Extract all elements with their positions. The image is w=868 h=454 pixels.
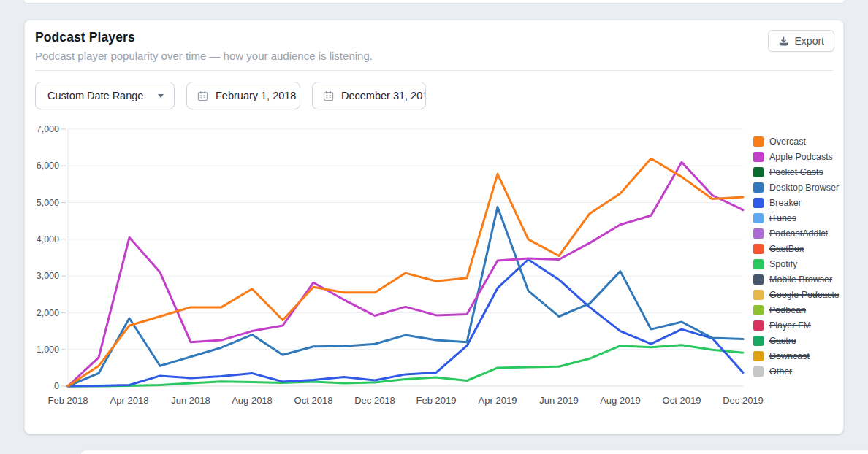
podcast-players-chart: 01,0002,0003,0004,0005,0006,0007,000Feb … — [25, 121, 845, 420]
series-line-overcast — [68, 158, 743, 386]
legend-label: PodcastAddict — [769, 228, 828, 239]
series-line-spotify — [68, 345, 743, 386]
x-axis-label: Jun 2019 — [539, 395, 579, 406]
legend-swatch — [753, 274, 764, 285]
x-axis-label: Feb 2019 — [416, 395, 457, 406]
x-axis-label: Apr 2018 — [110, 395, 149, 406]
legend-item-player-fm[interactable]: Player FM — [753, 318, 845, 333]
x-axis-label: Aug 2019 — [600, 395, 641, 406]
legend-label: CastBox — [769, 244, 804, 254]
download-icon — [778, 36, 789, 47]
y-axis-label: 1,000 — [37, 345, 59, 355]
legend-swatch — [753, 366, 764, 377]
page-subtitle: Podcast player popularity over time — ho… — [35, 50, 833, 62]
legend-item-desktop-browser[interactable]: Desktop Browser — [753, 180, 845, 195]
legend-swatch — [753, 136, 764, 147]
legend-item-google-podcasts[interactable]: Google Podcasts — [753, 287, 845, 302]
x-axis-label: Feb 2018 — [48, 395, 88, 406]
legend-swatch — [753, 351, 764, 361]
next-card-edge — [80, 450, 868, 454]
podcast-players-card: Podcast Players Podcast player popularit… — [24, 20, 844, 434]
legend-swatch — [753, 182, 764, 193]
legend-item-apple-podcasts[interactable]: Apple Podcasts — [753, 149, 845, 164]
y-axis-label: 0 — [54, 381, 59, 391]
start-date-input[interactable]: February 1, 2018 — [186, 82, 300, 109]
x-axis-label: Aug 2018 — [232, 395, 273, 406]
header-divider — [35, 70, 833, 71]
legend-label: Overcast — [769, 136, 806, 147]
legend-item-podbean[interactable]: Podbean — [753, 302, 845, 318]
y-axis-label: 3,000 — [37, 271, 59, 281]
previous-card-edge — [24, 0, 844, 3]
y-axis-label: 7,000 — [37, 124, 59, 134]
legend-item-castbox[interactable]: CastBox — [753, 241, 845, 256]
legend-swatch — [753, 152, 764, 162]
y-axis-label: 2,000 — [37, 308, 59, 318]
legend-label: Podbean — [769, 305, 806, 315]
legend-label: Pocket Casts — [769, 167, 823, 177]
legend-item-overcast[interactable]: Overcast — [753, 134, 845, 149]
legend-label: Player FM — [769, 320, 811, 331]
line-chart-plot[interactable]: 01,0002,0003,0004,0005,0006,0007,000Feb … — [25, 121, 845, 420]
legend-item-mobile-browser[interactable]: Mobile Browser — [753, 272, 845, 287]
x-axis-label: Apr 2019 — [479, 395, 517, 406]
legend-swatch — [753, 320, 764, 331]
legend-item-breaker[interactable]: Breaker — [753, 195, 845, 210]
legend-item-other[interactable]: Other — [753, 363, 845, 379]
legend-swatch — [753, 259, 764, 269]
y-axis-label: 6,000 — [37, 161, 59, 171]
chart-legend: OvercastApple PodcastsPocket CastsDeskto… — [753, 134, 845, 379]
legend-swatch — [753, 167, 764, 177]
date-range-select-value: Custom Date Range — [47, 90, 143, 101]
legend-label: Downcast — [769, 351, 810, 361]
legend-label: iTunes — [769, 213, 796, 223]
legend-swatch — [753, 244, 764, 254]
x-axis-label: Oct 2018 — [294, 395, 333, 406]
card-header: Podcast Players Podcast player popularit… — [25, 20, 843, 70]
export-button-label: Export — [795, 35, 824, 47]
series-line-breaker — [68, 260, 743, 387]
legend-swatch — [753, 213, 764, 223]
legend-item-itunes[interactable]: iTunes — [753, 210, 845, 226]
x-axis-label: Oct 2019 — [663, 395, 701, 406]
end-date-input[interactable]: December 31, 2019 — [312, 82, 426, 109]
legend-label: Other — [769, 366, 792, 377]
legend-label: Castro — [769, 336, 796, 346]
y-axis-label: 4,000 — [37, 234, 59, 245]
legend-swatch — [753, 290, 764, 300]
date-range-select[interactable]: Custom Date Range — [35, 82, 175, 109]
legend-item-podcastaddict[interactable]: PodcastAddict — [753, 226, 845, 241]
export-button[interactable]: Export — [768, 30, 834, 52]
calendar-icon — [197, 90, 209, 102]
legend-swatch — [753, 305, 764, 315]
series-line-desktop-browser — [68, 207, 743, 386]
start-date-value: February 1, 2018 — [216, 90, 300, 101]
x-axis-label: Jun 2018 — [171, 395, 210, 406]
end-date-value: December 31, 2019 — [341, 90, 425, 101]
legend-label: Google Podcasts — [769, 290, 839, 300]
legend-label: Desktop Browser — [769, 182, 839, 193]
legend-item-downcast[interactable]: Downcast — [753, 348, 845, 363]
legend-item-spotify[interactable]: Spotify — [753, 256, 845, 272]
legend-swatch — [753, 336, 764, 346]
y-axis-label: 5,000 — [37, 198, 59, 208]
filter-row: Custom Date Range February 1, 2018 — [35, 82, 833, 109]
legend-item-castro[interactable]: Castro — [753, 333, 845, 348]
calendar-icon — [322, 90, 335, 102]
legend-label: Mobile Browser — [769, 274, 832, 285]
legend-swatch — [753, 198, 764, 208]
x-axis-label: Dec 2019 — [723, 395, 764, 406]
legend-label: Spotify — [769, 259, 797, 269]
x-axis-label: Dec 2018 — [354, 395, 395, 406]
legend-item-pocket-casts[interactable]: Pocket Casts — [753, 164, 845, 180]
legend-swatch — [753, 228, 764, 239]
chevron-down-icon — [158, 94, 164, 98]
legend-label: Breaker — [769, 198, 802, 208]
page-title: Podcast Players — [35, 30, 833, 45]
legend-label: Apple Podcasts — [769, 152, 833, 162]
